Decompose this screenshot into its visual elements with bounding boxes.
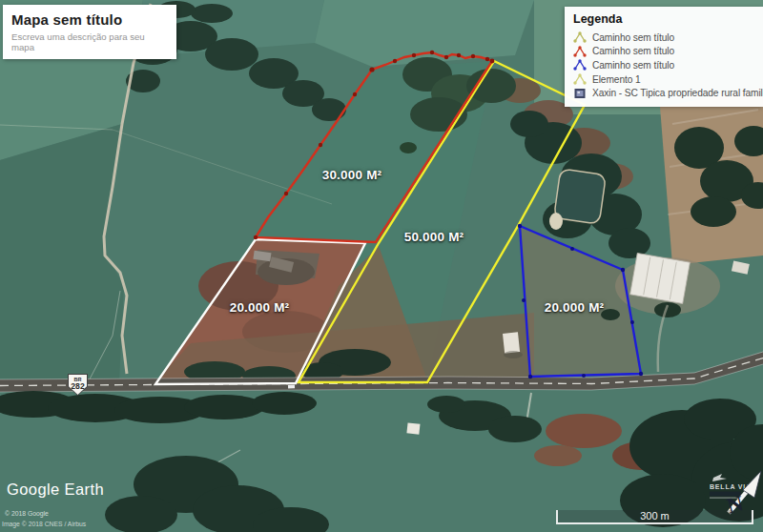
path-icon <box>573 31 587 44</box>
map-title-card[interactable]: Mapa sem título Escreva uma descrição pa… <box>3 5 176 59</box>
legend-item-path-2[interactable]: Caminho sem título <box>573 45 759 59</box>
highway-shield-number: 282 <box>69 382 87 391</box>
legend-panel: Legenda Caminho sem título Caminho sem t… <box>565 7 763 107</box>
map-canvas[interactable]: BELLA VIA N Mapa sem título Escreva uma … <box>0 0 763 532</box>
legend-item-label: Xaxin - SC Tipica propriedade rural fami… <box>592 88 763 98</box>
copyright-imagery: Image © 2018 CNES / Airbus <box>2 521 86 527</box>
legend-item-xaxin[interactable]: Xaxin - SC Tipica propriedade rural fami… <box>573 86 759 100</box>
copyright-google: © 2018 Google <box>5 510 49 517</box>
map-title: Mapa sem título <box>11 11 168 28</box>
legend-item-element-1[interactable]: Elemento 1 <box>573 72 759 87</box>
legend-item-label: Caminho sem título <box>592 32 674 43</box>
legend-item-label: Caminho sem título <box>592 60 674 71</box>
map-subtitle: Escreva uma descrição para seu mapa <box>11 31 168 52</box>
image-icon <box>573 87 587 100</box>
legend-item-label: Caminho sem título <box>592 46 674 56</box>
area-label: 50.000 M² <box>404 230 464 244</box>
legend-item-path-1[interactable]: Caminho sem título <box>573 31 759 45</box>
area-label: 20.000 M² <box>230 300 290 315</box>
area-label: 30.000 M² <box>322 168 382 182</box>
legend-item-label: Elemento 1 <box>592 74 641 85</box>
scale-bar: 300 m <box>556 510 753 524</box>
path-icon <box>573 45 587 58</box>
google-earth-logo: Google Earth <box>7 481 104 499</box>
scale-bar-label: 300 m <box>640 510 670 522</box>
legend-item-path-3[interactable]: Caminho sem título <box>573 58 759 72</box>
path-icon <box>573 72 587 86</box>
legend-title: Legenda <box>573 12 759 26</box>
area-label: 20.000 M² <box>545 300 605 315</box>
path-icon <box>573 58 587 72</box>
